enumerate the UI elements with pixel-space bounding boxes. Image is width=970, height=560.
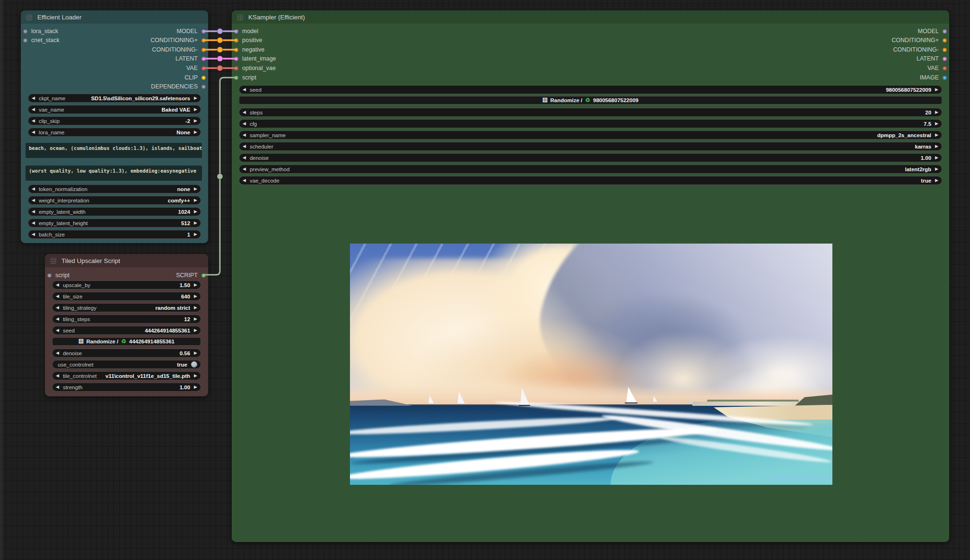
slot-dot[interactable]	[201, 66, 206, 70]
slot-dot[interactable]	[943, 38, 947, 43]
slot-dot[interactable]	[234, 48, 238, 52]
output-slot-clip[interactable]: CLIP	[184, 73, 206, 82]
widget-lora-name[interactable]: ◀ lora_name None ▶	[28, 128, 201, 137]
widget-tile-size[interactable]: ◀ tile_size 640 ▶	[52, 292, 201, 301]
toggle-knob[interactable]	[191, 361, 197, 368]
slot-dot[interactable]	[201, 48, 206, 52]
randomize-seed-button[interactable]: ⚄ Randomize / ♻ 980056807522009	[239, 96, 942, 105]
increment-arrow-icon[interactable]: ▶	[194, 210, 197, 214]
widget-use-controlnet[interactable]: use_controlnet true	[52, 360, 201, 369]
widget-denoise[interactable]: ◀ denoise 1.00 ▶	[239, 153, 942, 162]
output-slot-model[interactable]: MODEL	[918, 27, 947, 35]
increment-arrow-icon[interactable]: ▶	[194, 317, 197, 321]
output-slot-conditioning-minus[interactable]: CONDITIONING-	[893, 45, 947, 54]
slot-dot[interactable]	[234, 29, 238, 34]
input-slot-model[interactable]: model	[234, 27, 258, 35]
increment-arrow-icon[interactable]: ▶	[194, 351, 197, 355]
decrement-arrow-icon[interactable]: ◀	[243, 178, 246, 183]
increment-arrow-icon[interactable]: ▶	[935, 167, 938, 171]
widget-batch-size[interactable]: ◀ batch_size 1 ▶	[28, 230, 201, 239]
widget-tiling-steps[interactable]: ◀ tiling_steps 12 ▶	[52, 315, 201, 324]
input-slot-cnet-stack[interactable]: cnet_stack	[23, 36, 60, 44]
decrement-arrow-icon[interactable]: ◀	[243, 110, 246, 114]
increment-arrow-icon[interactable]: ▶	[194, 187, 197, 191]
increment-arrow-icon[interactable]: ▶	[194, 385, 197, 389]
widget-scheduler[interactable]: ◀ scheduler karras ▶	[239, 142, 942, 151]
decrement-arrow-icon[interactable]: ◀	[32, 221, 35, 225]
wire-midpoint-dot[interactable]	[217, 65, 223, 71]
increment-arrow-icon[interactable]: ▶	[935, 122, 938, 126]
decrement-arrow-icon[interactable]: ◀	[243, 156, 246, 160]
output-slot-script[interactable]: SCRIPT	[176, 271, 206, 280]
decrement-arrow-icon[interactable]: ◀	[243, 88, 246, 92]
slot-dot[interactable]	[201, 76, 206, 80]
slot-dot[interactable]	[943, 76, 947, 80]
increment-arrow-icon[interactable]: ▶	[194, 374, 197, 378]
decrement-arrow-icon[interactable]: ◀	[32, 96, 35, 100]
widget-tile-controlnet[interactable]: ◀ tile_controlnet v11\control_v11f1e_sd1…	[52, 371, 201, 380]
slot-dot[interactable]	[23, 29, 27, 34]
widget-cfg[interactable]: ◀ cfg 7.5 ▶	[239, 119, 942, 128]
output-slot-vae[interactable]: VAE	[186, 64, 206, 72]
input-slot-script[interactable]: script	[234, 73, 256, 82]
node-ksampler-efficient[interactable]: KSampler (Efficient) model positive nega…	[232, 10, 949, 542]
decrement-arrow-icon[interactable]: ◀	[243, 133, 246, 137]
increment-arrow-icon[interactable]: ▶	[194, 119, 197, 123]
decrement-arrow-icon[interactable]: ◀	[56, 294, 59, 298]
slot-dot[interactable]	[943, 57, 947, 61]
decrement-arrow-icon[interactable]: ◀	[243, 167, 246, 171]
decrement-arrow-icon[interactable]: ◀	[32, 210, 35, 214]
increment-arrow-icon[interactable]: ▶	[194, 294, 197, 298]
decrement-arrow-icon[interactable]: ◀	[32, 107, 35, 112]
input-slot-positive[interactable]: positive	[234, 36, 262, 44]
widget-steps[interactable]: ◀ steps 20 ▶	[239, 108, 942, 117]
increment-arrow-icon[interactable]: ▶	[194, 232, 197, 236]
increment-arrow-icon[interactable]: ▶	[935, 156, 938, 160]
widget-clip-skip[interactable]: ◀ clip_skip -2 ▶	[28, 116, 201, 125]
decrement-arrow-icon[interactable]: ◀	[56, 351, 59, 355]
slot-dot[interactable]	[201, 273, 206, 278]
slot-dot[interactable]	[943, 66, 947, 70]
node-header-ksampler[interactable]: KSampler (Efficient)	[232, 10, 949, 24]
slot-dot[interactable]	[201, 57, 206, 61]
output-slot-dependencies[interactable]: DEPENDENCIES	[151, 82, 206, 91]
decrement-arrow-icon[interactable]: ◀	[56, 306, 59, 310]
decrement-arrow-icon[interactable]: ◀	[56, 328, 59, 332]
increment-arrow-icon[interactable]: ▶	[935, 178, 938, 183]
input-slot-negative[interactable]: negative	[234, 45, 264, 54]
output-slot-image[interactable]: IMAGE	[920, 73, 947, 82]
slot-dot[interactable]	[201, 29, 206, 34]
slot-dot[interactable]	[943, 48, 947, 52]
slot-dot[interactable]	[234, 66, 238, 70]
wire-midpoint-dot[interactable]	[217, 174, 223, 179]
slot-dot[interactable]	[234, 57, 238, 61]
slot-dot[interactable]	[201, 85, 206, 89]
increment-arrow-icon[interactable]: ▶	[194, 198, 197, 202]
output-slot-vae[interactable]: VAE	[927, 64, 947, 72]
increment-arrow-icon[interactable]: ▶	[194, 221, 197, 225]
widget-sampler-name[interactable]: ◀ sampler_name dpmpp_2s_ancestral ▶	[239, 131, 942, 140]
increment-arrow-icon[interactable]: ▶	[194, 306, 197, 310]
widget-tiling-strategy[interactable]: ◀ tiling_strategy random strict ▶	[52, 303, 201, 312]
output-slot-conditioning-plus[interactable]: CONDITIONING+	[891, 36, 947, 44]
slot-dot[interactable]	[23, 38, 27, 43]
positive-prompt-textarea[interactable]: beach, ocean, (cumulonimbus clouds:1.3),…	[26, 143, 202, 158]
widget-vae-decode[interactable]: ◀ vae_decode true ▶	[239, 176, 942, 185]
widget-preview-method[interactable]: ◀ preview_method latent2rgb ▶	[239, 165, 942, 174]
output-slot-conditioning-plus[interactable]: CONDITIONING+	[150, 36, 206, 44]
decrement-arrow-icon[interactable]: ◀	[32, 198, 35, 202]
increment-arrow-icon[interactable]: ▶	[194, 283, 197, 287]
wire-midpoint-dot[interactable]	[217, 28, 223, 34]
input-slot-lora-stack[interactable]: lora_stack	[23, 27, 58, 35]
negative-prompt-textarea[interactable]: (worst quality, low quality:1.3), embedd…	[26, 166, 202, 181]
widget-vae-name[interactable]: ◀ vae_name Baked VAE ▶	[28, 105, 201, 114]
decrement-arrow-icon[interactable]: ◀	[56, 374, 59, 378]
slot-dot[interactable]	[234, 76, 238, 80]
slot-dot[interactable]	[943, 29, 947, 34]
randomize-seed-button[interactable]: ⚄ Randomize / ♻ 444264914855361	[52, 337, 201, 346]
widget-seed[interactable]: ◀ seed 980056807522009 ▶	[239, 85, 942, 94]
collapse-icon[interactable]	[237, 14, 243, 20]
decrement-arrow-icon[interactable]: ◀	[32, 130, 35, 134]
slot-dot[interactable]	[234, 38, 238, 43]
node-graph-canvas[interactable]: Efficient Loader lora_stack cnet_stack M…	[0, 0, 970, 560]
